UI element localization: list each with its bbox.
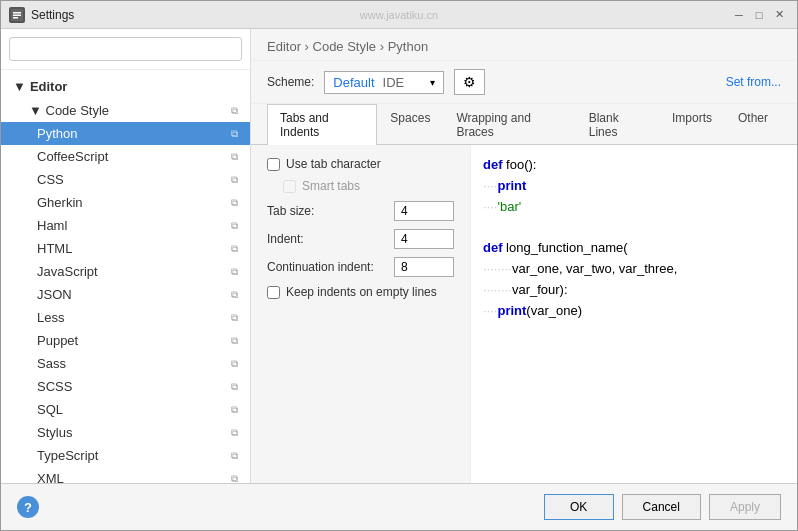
code-fn: var_four): [512,280,568,301]
set-from-link[interactable]: Set from... [726,75,781,89]
code-line: ····print [483,176,785,197]
copy-icon: ⧉ [231,105,238,117]
copy-icon-python: ⧉ [231,128,238,140]
sidebar-item-stylus[interactable]: Stylus⧉ [1,421,250,444]
bottom-bar: ? OK Cancel Apply [1,483,797,530]
sidebar-item-python[interactable]: Python⧉ [1,122,250,145]
sidebar-item-label-coffeescript: CoffeeScript [37,149,108,164]
panel-content: Use tab character Smart tabs Tab size: I… [251,145,797,483]
smart-tabs-checkbox[interactable] [283,180,296,193]
sidebar-item-label-stylus: Stylus [37,425,72,440]
indent-input[interactable] [394,229,454,249]
scheme-select[interactable]: Default IDE ▾ [324,71,444,94]
maximize-button[interactable]: □ [749,5,769,25]
settings-window: Settings www.javatiku.cn ─ □ ✕ ▼ Editor … [0,0,798,531]
help-button[interactable]: ? [17,496,39,518]
svg-rect-2 [13,14,21,16]
minimize-button[interactable]: ─ [729,5,749,25]
code-style-label: ▼ Code Style [29,103,109,118]
collapse-arrow-cs[interactable]: ▼ [29,103,42,118]
code-dots: ···· [483,176,497,197]
sidebar-item-label-haml: Haml [37,218,67,233]
indent-label: Indent: [267,232,304,246]
sidebar-item-label-json: JSON [37,287,72,302]
ok-button[interactable]: OK [544,494,614,520]
copy-icon-less: ⧉ [231,312,238,324]
apply-button[interactable]: Apply [709,494,781,520]
tab-imports[interactable]: Imports [659,104,725,145]
tab-spaces[interactable]: Spaces [377,104,443,145]
search-input[interactable] [9,37,242,61]
scheme-dropdown-icon: ▾ [410,77,435,88]
sidebar-item-less[interactable]: Less⧉ [1,306,250,329]
tab-size-input[interactable] [394,201,454,221]
sidebar-item-xml[interactable]: XML⧉ [1,467,250,483]
tab-tabs-and-indents[interactable]: Tabs and Indents [267,104,377,145]
copy-icon-haml: ⧉ [231,220,238,232]
sidebar-item-sass[interactable]: Sass⧉ [1,352,250,375]
code-preview: def foo():····print····'bar' def long_fu… [471,145,797,483]
copy-icon-sql: ⧉ [231,404,238,416]
copy-icon-xml: ⧉ [231,473,238,484]
scheme-row: Scheme: Default IDE ▾ ⚙ Set from... [251,61,797,104]
copy-icon-puppet: ⧉ [231,335,238,347]
sidebar-item-scss[interactable]: SCSS⧉ [1,375,250,398]
sidebar-item-label-html: HTML [37,241,72,256]
smart-tabs-row: Smart tabs [267,179,454,193]
app-icon [9,7,25,23]
sidebar-items-list: Python⧉CoffeeScript⧉CSS⧉Gherkin⧉Haml⧉HTM… [1,122,250,483]
tabs-row: Tabs and IndentsSpacesWrapping and Brace… [251,104,797,145]
sidebar-item-css[interactable]: CSS⧉ [1,168,250,191]
code-dots: ···· [483,301,497,322]
sidebar-item-haml[interactable]: Haml⧉ [1,214,250,237]
sidebar-item-coffeescript[interactable]: CoffeeScript⧉ [1,145,250,168]
sidebar-item-puppet[interactable]: Puppet⧉ [1,329,250,352]
sidebar-item-gherkin[interactable]: Gherkin⧉ [1,191,250,214]
continuation-indent-label: Continuation indent: [267,260,374,274]
tab-other[interactable]: Other [725,104,781,145]
code-str: 'bar' [497,197,521,218]
gear-button[interactable]: ⚙ [454,69,485,95]
sidebar-item-typescript[interactable]: TypeScript⧉ [1,444,250,467]
sidebar-item-code-style[interactable]: ▼ Code Style ⧉ [1,99,250,122]
scheme-ide-text: IDE [383,75,405,90]
sidebar-item-label-sql: SQL [37,402,63,417]
copy-icon-scss: ⧉ [231,381,238,393]
sidebar-item-json[interactable]: JSON⧉ [1,283,250,306]
sidebar-item-javascript[interactable]: JavaScript⧉ [1,260,250,283]
smart-tabs-label: Smart tabs [302,179,360,193]
copy-icon-stylus: ⧉ [231,427,238,439]
code-line: def long_function_name( [483,238,785,259]
copy-icon-json: ⧉ [231,289,238,301]
code-line: ····print(var_one) [483,301,785,322]
titlebar: Settings www.javatiku.cn ─ □ ✕ [1,1,797,29]
sidebar-item-label-python: Python [37,126,77,141]
close-button[interactable]: ✕ [769,5,789,25]
copy-icon-gherkin: ⧉ [231,197,238,209]
sidebar-item-sql[interactable]: SQL⧉ [1,398,250,421]
svg-rect-1 [13,12,21,14]
tab-wrapping-and-braces[interactable]: Wrapping and Braces [443,104,575,145]
right-panel: Editor › Code Style › Python Scheme: Def… [251,29,797,483]
use-tab-label: Use tab character [286,157,381,171]
sidebar-item-label-xml: XML [37,471,64,483]
tab-blank-lines[interactable]: Blank Lines [576,104,659,145]
settings-area: Use tab character Smart tabs Tab size: I… [251,145,471,483]
continuation-indent-input[interactable] [394,257,454,277]
code-kw: def [483,155,503,176]
code-fn: foo(): [503,155,537,176]
copy-icon-coffeescript: ⧉ [231,151,238,163]
scheme-default-text: Default [333,75,374,90]
sidebar-item-label-scss: SCSS [37,379,72,394]
keep-indents-checkbox[interactable] [267,286,280,299]
cancel-button[interactable]: Cancel [622,494,701,520]
sidebar-item-label-puppet: Puppet [37,333,78,348]
copy-icon-typescript: ⧉ [231,450,238,462]
sidebar-item-html[interactable]: HTML⧉ [1,237,250,260]
use-tab-checkbox[interactable] [267,158,280,171]
sidebar-item-label-sass: Sass [37,356,66,371]
collapse-arrow[interactable]: ▼ [13,79,26,94]
keep-indents-row: Keep indents on empty lines [267,285,454,299]
main-content: ▼ Editor ▼ Code Style ⧉ Python⧉CoffeeScr… [1,29,797,483]
sidebar: ▼ Editor ▼ Code Style ⧉ Python⧉CoffeeScr… [1,29,251,483]
